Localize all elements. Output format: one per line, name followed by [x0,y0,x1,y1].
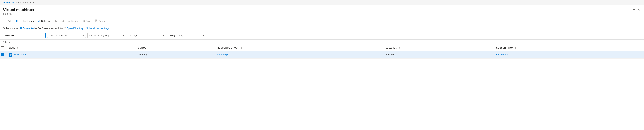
count-bar: 1 items [0,40,644,45]
edit-columns-button[interactable]: Edit columns [14,18,36,24]
row-name-cell: windowsvm [6,51,135,58]
resource-groups-filter-label: All resource groups [89,34,111,37]
subscriptions-filter-chevron: ▼ [82,34,84,37]
location-sort-icon: ⇅ [399,47,400,49]
header-name-label: NAME [8,47,15,49]
svg-rect-5 [10,55,11,56]
subscription-link[interactable]: kirtanasub [496,53,508,56]
name-sort-icon: ⇅ [17,47,18,49]
header-subscription-label: SUBSCRIPTION [496,47,514,49]
breadcrumb: Dashboard > Virtual machines [0,0,644,5]
header-location-label: LOCATION [386,47,397,49]
svg-rect-6 [10,55,11,55]
row-resource-group-cell: winvmrg1 [215,51,383,58]
row-actions-cell: ⋯ [636,51,644,58]
start-label: Start [58,20,64,23]
row-location: orlando [386,53,394,56]
refresh-icon [38,19,40,23]
toolbar-separator [52,19,53,23]
row-status-cell: Running [135,51,215,58]
delete-icon [95,19,98,23]
search-input[interactable] [3,33,46,38]
grouping-filter-chevron: ▼ [202,34,205,37]
restart-icon [68,19,70,23]
header-resource-group-label: RESOURCE GROUP [217,47,239,49]
row-checkbox[interactable] [1,53,4,56]
tags-filter-label: All tags [129,34,138,37]
edit-columns-icon [16,19,18,23]
row-subscription-cell: kirtanasub [494,51,636,58]
open-directory-link[interactable]: Open Directory + Subscription settings [66,27,110,30]
page-title: Virtual machines [3,8,34,12]
resource-groups-filter[interactable]: All resource groups ▼ [88,33,126,38]
breadcrumb-parent[interactable]: Dashboard [3,1,14,4]
vm-name-link[interactable]: windowsvm [14,53,26,56]
stop-label: Stop [86,20,91,23]
svg-rect-2 [18,20,18,22]
subscriptions-prompt: Don't see a subscription? [38,27,66,30]
item-count: 1 items [3,41,11,44]
select-all-checkbox[interactable] [1,46,4,49]
tags-filter-chevron: ▼ [162,34,164,37]
header-actions-col [636,45,644,51]
subscriptions-selected-link[interactable]: All 5 selected [20,27,34,30]
subscriptions-filter-label: All subscriptions [49,34,67,37]
svg-rect-0 [16,20,17,22]
close-button[interactable] [637,8,641,12]
subscriptions-filter[interactable]: All subscriptions ▼ [47,33,86,38]
page-title-block: Virtual machines Selfhost [3,8,34,15]
filters-bar: All subscriptions ▼ All resource groups … [0,31,644,40]
row-status: Running [138,53,147,56]
subscriptions-dash: – [36,27,37,30]
add-icon: + [5,19,6,23]
resource-group-sort-icon: ⇅ [240,47,242,49]
add-label: Add [8,20,12,23]
subscriptions-bar: Subscriptions: All 5 selected – Don't se… [0,25,644,31]
breadcrumb-separator: > [15,1,17,4]
delete-button[interactable]: Delete [93,18,108,24]
subscriptions-prefix: Subscriptions: [3,27,19,30]
vm-icon [8,53,12,57]
name-cell-container: windowsvm [8,53,133,57]
grouping-filter[interactable]: No grouping ▼ [168,33,206,38]
header-checkbox-col[interactable] [0,45,6,51]
row-checkbox-cell[interactable] [0,51,6,58]
edit-columns-label: Edit columns [19,20,34,23]
start-button[interactable]: ▶ Start [54,18,66,24]
refresh-button[interactable]: Refresh [36,18,52,24]
vm-table: NAME ⇅ STATUS RESOURCE GROUP ⇅ LOCATION … [0,45,644,58]
subscription-sort-icon: ⇅ [515,47,517,49]
resource-group-link[interactable]: winvmrg1 [217,53,228,56]
stop-icon: ■ [83,19,85,23]
header-location[interactable]: LOCATION ⇅ [383,45,494,51]
header-subscription[interactable]: SUBSCRIPTION ⇅ [494,45,636,51]
delete-label: Delete [98,20,106,23]
breadcrumb-current: Virtual machines [18,1,34,4]
toolbar: + Add Edit columns Refresh ▶ Start [0,17,644,25]
row-location-cell: orlando [383,51,494,58]
row-ellipsis-button[interactable]: ⋯ [638,52,643,57]
resource-groups-filter-chevron: ▼ [122,34,124,37]
stop-button[interactable]: ■ Stop [82,18,93,24]
page-subtitle: Selfhost [3,12,34,15]
restart-label: Restart [71,20,80,23]
page-header: Virtual machines Selfhost [0,5,644,17]
header-status-label: STATUS [138,47,146,49]
refresh-label: Refresh [41,20,50,23]
header-status[interactable]: STATUS [135,45,215,51]
table-row[interactable]: windowsvm Running winvmrg1 orlando kirta… [0,51,644,58]
header-resource-group[interactable]: RESOURCE GROUP ⇅ [215,45,383,51]
header-actions [632,8,641,12]
add-button[interactable]: + Add [3,18,14,24]
header-name[interactable]: NAME ⇅ [6,45,135,51]
start-icon: ▶ [56,19,58,23]
svg-rect-4 [10,54,11,55]
tags-filter[interactable]: All tags ▼ [128,33,166,38]
svg-rect-1 [17,20,18,22]
grouping-filter-label: No grouping [170,34,183,37]
pin-button[interactable] [632,8,636,12]
restart-button[interactable]: Restart [66,18,82,24]
